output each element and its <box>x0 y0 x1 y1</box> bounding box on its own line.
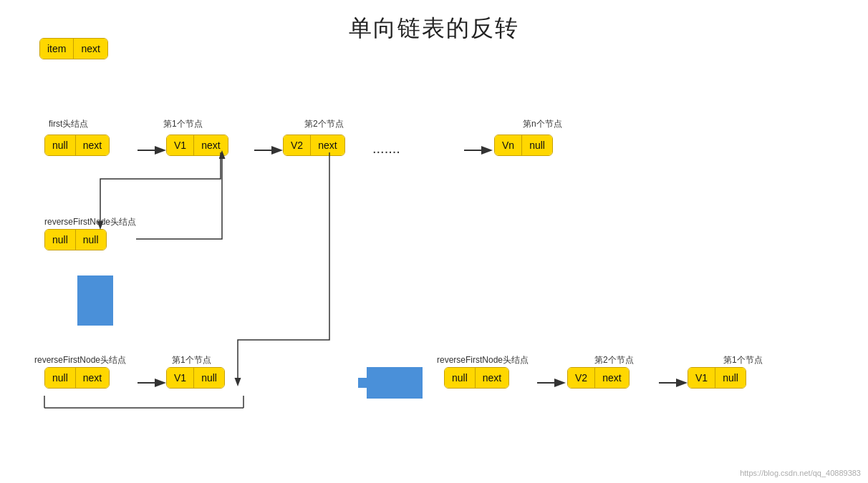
final-node2-cell0: V2 <box>568 368 594 388</box>
blue-right-arrow <box>358 367 423 401</box>
top-node1-cell0: V1 <box>167 135 193 155</box>
label-after-node1: 第1个节点 <box>172 354 211 366</box>
arrow-after-head-1 <box>138 374 166 394</box>
final-node1: V1 null <box>688 367 746 389</box>
after-head-cell0: null <box>45 368 75 388</box>
label-final-head: reverseFirstNode头结点 <box>437 354 529 366</box>
after-head-cell1: next <box>75 368 109 388</box>
top-node2-cell1: next <box>310 135 344 155</box>
top-node0-cell1: next <box>75 135 109 155</box>
after-node1: V1 null <box>166 367 225 389</box>
final-node2: V2 next <box>567 367 630 389</box>
top-nodeN-cell1: null <box>521 135 552 155</box>
top-nodeN: Vn null <box>494 135 553 156</box>
top-node1-cell1: next <box>193 135 227 155</box>
top-nodeN-cell0: Vn <box>495 135 521 155</box>
rev-init-cell0: null <box>45 230 75 250</box>
final-head-cell0: null <box>445 368 475 388</box>
blue-down-arrow <box>77 275 113 328</box>
label-after-head: reverseFirstNode头结点 <box>34 354 126 366</box>
after-head-node: null next <box>44 367 110 389</box>
after-node1-cell0: V1 <box>167 368 193 388</box>
arrow-1-2 <box>254 142 283 162</box>
arrow-0-1 <box>138 142 166 162</box>
dots: ······· <box>372 143 400 160</box>
final-head-cell1: next <box>475 368 508 388</box>
top-node2-cell0: V2 <box>284 135 310 155</box>
legend-node: item next <box>39 38 108 59</box>
final-node1-cell0: V1 <box>688 368 715 388</box>
legend-next-cell: next <box>73 39 107 59</box>
rev-init-cell1: null <box>75 230 106 250</box>
final-head-node: null next <box>444 367 509 389</box>
arrow-final-2-1 <box>659 374 688 394</box>
arrow-final-head-2 <box>537 374 566 394</box>
diagram-arrows <box>0 0 868 483</box>
page-title: 单向链表的反转 <box>0 0 868 44</box>
label-node2: 第2个节点 <box>304 118 344 130</box>
top-node0-cell0: null <box>45 135 75 155</box>
label-reverse-initial: reverseFirstNode头结点 <box>44 216 136 228</box>
label-node1: 第1个节点 <box>163 118 203 130</box>
reverse-initial-node: null null <box>44 229 107 250</box>
top-node0: null next <box>44 135 110 156</box>
label-final-2: 第2个节点 <box>594 354 634 366</box>
legend-item-cell: item <box>40 39 73 59</box>
label-first-head: first头结点 <box>49 118 88 130</box>
watermark: https://blog.csdn.net/qq_40889383 <box>740 469 861 477</box>
top-node2: V2 next <box>283 135 345 156</box>
final-node2-cell1: next <box>594 368 628 388</box>
label-final-1: 第1个节点 <box>723 354 763 366</box>
arrow-dots-n <box>464 142 493 162</box>
final-node1-cell1: null <box>715 368 746 388</box>
after-node1-cell1: null <box>193 368 224 388</box>
top-node1: V1 next <box>166 135 228 156</box>
label-nodeN: 第n个节点 <box>523 118 562 130</box>
